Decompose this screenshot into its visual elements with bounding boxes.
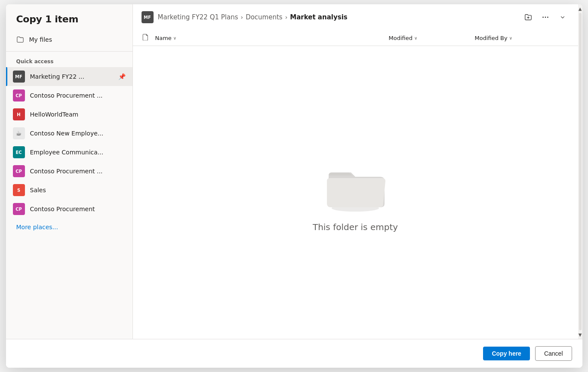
- breadcrumb-item-3: Market analysis: [290, 13, 347, 21]
- avatar-hello-world: H: [13, 108, 25, 120]
- expand-button[interactable]: [556, 10, 570, 24]
- pin-icon: 📌: [118, 73, 126, 80]
- content-area: This folder is empty: [133, 46, 578, 339]
- scroll-up-arrow[interactable]: ▲: [579, 5, 582, 12]
- th-modified[interactable]: Modified ∨: [389, 35, 475, 41]
- copy-here-button[interactable]: Copy here: [483, 347, 530, 360]
- empty-folder-text: This folder is empty: [313, 222, 398, 232]
- my-files-label: My files: [29, 36, 52, 43]
- svg-point-2: [542, 17, 544, 18]
- copy-dialog: Copy 1 item My files Quick access MF Mar…: [6, 4, 582, 368]
- modified-by-sort-icon: ∨: [509, 36, 512, 40]
- nav-item-contoso-proc-3[interactable]: CP Contoso Procurement: [6, 200, 132, 218]
- scrollbar[interactable]: ▲ ▼: [578, 4, 582, 339]
- th-name[interactable]: Name ∨: [155, 35, 389, 41]
- modified-sort-icon: ∨: [414, 36, 417, 40]
- avatar-contoso-new: ☕: [13, 127, 25, 139]
- dialog-footer: Copy here Cancel: [6, 339, 582, 368]
- menu-button[interactable]: [539, 10, 552, 24]
- avatar-contoso-proc-1: CP: [13, 89, 25, 101]
- nav-item-marketing-fy22[interactable]: MF Marketing FY22 ... 📌: [6, 67, 132, 86]
- avatar-sales: S: [13, 184, 25, 196]
- scroll-down-arrow[interactable]: ▼: [579, 331, 582, 338]
- nav-item-contoso-proc-1[interactable]: CP Contoso Procurement ...: [6, 86, 132, 105]
- cancel-button[interactable]: Cancel: [535, 346, 572, 361]
- breadcrumb-sep-2: ›: [285, 14, 288, 21]
- right-panel: MF Marketing FY22 Q1 Plans › Documents ›…: [133, 4, 578, 339]
- avatar-marketing-fy22: MF: [13, 71, 25, 83]
- empty-folder-illustration: [321, 153, 390, 213]
- dialog-body: Copy 1 item My files Quick access MF Mar…: [6, 4, 582, 339]
- nav-item-label-contoso-proc-3: Contoso Procurement: [30, 206, 126, 212]
- th-modified-by-label: Modified By: [475, 35, 508, 41]
- nav-item-label-employee-comm: Employee Communica...: [30, 149, 126, 156]
- scrollbar-track: [579, 13, 582, 330]
- nav-item-label-sales: Sales: [30, 187, 126, 194]
- more-places-link[interactable]: More places...: [6, 220, 132, 234]
- new-folder-button[interactable]: [521, 10, 535, 24]
- name-sort-icon: ∨: [173, 36, 176, 40]
- folder-icon: [16, 36, 24, 43]
- nav-item-label-contoso-new: Contoso New Employe...: [30, 130, 126, 137]
- svg-point-4: [547, 17, 548, 18]
- th-name-label: Name: [155, 35, 172, 41]
- nav-item-contoso-new[interactable]: ☕ Contoso New Employe...: [6, 124, 132, 143]
- new-folder-icon: [524, 13, 532, 21]
- avatar-employee-comm: EC: [13, 146, 25, 158]
- breadcrumb-item-2[interactable]: Documents: [246, 13, 283, 21]
- table-header: Name ∨ Modified ∨ Modified By ∨: [133, 30, 578, 46]
- my-files-item[interactable]: My files: [6, 31, 132, 48]
- menu-icon: [542, 13, 549, 21]
- nav-item-label-hello-world: HelloWorldTeam: [30, 111, 126, 118]
- nav-item-label-marketing-fy22: Marketing FY22 ...: [30, 73, 113, 80]
- dialog-title: Copy 1 item: [6, 4, 132, 31]
- avatar-contoso-proc-3: CP: [13, 203, 25, 215]
- svg-point-3: [545, 17, 546, 18]
- th-modified-label: Modified: [389, 35, 413, 41]
- nav-item-contoso-proc-2[interactable]: CP Contoso Procurement ...: [6, 162, 132, 181]
- chevron-down-icon: [560, 14, 566, 20]
- breadcrumb-sep-1: ›: [241, 14, 243, 21]
- th-modified-by[interactable]: Modified By ∨: [475, 35, 570, 41]
- breadcrumb-items: Marketing FY22 Q1 Plans › Documents › Ma…: [158, 13, 516, 21]
- divider-1: [6, 51, 132, 52]
- breadcrumb-bar: MF Marketing FY22 Q1 Plans › Documents ›…: [133, 4, 578, 30]
- file-icon: [142, 34, 148, 40]
- th-file-icon: [142, 34, 155, 42]
- nav-item-hello-world[interactable]: H HelloWorldTeam: [6, 105, 132, 124]
- avatar-contoso-proc-2: CP: [13, 165, 25, 177]
- left-panel: Copy 1 item My files Quick access MF Mar…: [6, 4, 133, 339]
- nav-item-label-contoso-proc-2: Contoso Procurement ...: [30, 168, 126, 175]
- breadcrumb-actions: [521, 10, 570, 24]
- breadcrumb-site-avatar: MF: [142, 11, 154, 23]
- nav-item-label-contoso-proc-1: Contoso Procurement ...: [30, 92, 126, 99]
- dialog-overlay: Copy 1 item My files Quick access MF Mar…: [0, 0, 588, 372]
- nav-item-sales[interactable]: S Sales: [6, 181, 132, 200]
- quick-access-label: Quick access: [6, 55, 132, 67]
- nav-item-employee-comm[interactable]: EC Employee Communica...: [6, 143, 132, 162]
- breadcrumb-item-1[interactable]: Marketing FY22 Q1 Plans: [158, 13, 238, 21]
